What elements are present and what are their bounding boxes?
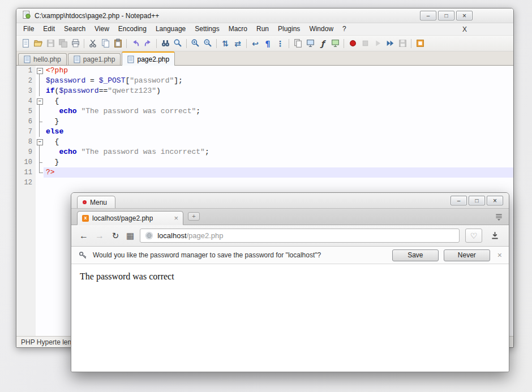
sync-horizontal-icon[interactable]: ⇄ — [232, 38, 243, 49]
line-number: 2 — [16, 76, 36, 86]
minimize-button[interactable]: – — [420, 11, 436, 20]
redo-icon[interactable] — [142, 38, 153, 49]
tab-close-icon[interactable]: × — [174, 214, 178, 222]
infobar-close-icon[interactable]: × — [497, 251, 502, 260]
save-file-icon[interactable] — [45, 38, 56, 49]
close-button[interactable]: × — [456, 11, 473, 20]
plugin-icon[interactable] — [414, 38, 426, 49]
tab-label: hello.php — [33, 55, 61, 63]
desktop: C:\xampp\htdocs\page2.php - Notepad++ – … — [0, 0, 532, 392]
menu-item-encoding[interactable]: Encoding — [114, 23, 151, 35]
bookmark-heart-button[interactable]: ♡ — [465, 229, 482, 243]
menu-item-file[interactable]: File — [19, 23, 38, 35]
notepad-titlebar[interactable]: C:\xampp\htdocs\page2.php - Notepad++ – … — [16, 8, 513, 23]
opera-logo-icon — [83, 200, 87, 204]
browser-tab[interactable]: x localhost/page2.php × — [77, 211, 183, 225]
fold-margin — [36, 178, 44, 188]
password-save-message: Would you like the password manager to s… — [93, 251, 321, 259]
menu-item-run[interactable]: Run — [252, 23, 273, 35]
toolbar-separator — [186, 39, 187, 48]
maximize-button[interactable]: □ — [438, 11, 454, 20]
sync-vertical-icon[interactable]: ⇅ — [220, 38, 231, 49]
speed-dial-icon[interactable]: ▦ — [126, 231, 134, 241]
run-macro-multiple-icon[interactable] — [384, 38, 396, 49]
page-content: The password was correct — [71, 264, 509, 372]
menu-item-macro[interactable]: Macro — [224, 23, 252, 35]
never-button[interactable]: Never — [444, 249, 490, 261]
opera-titlebar[interactable]: Menu – □ × — [71, 193, 509, 208]
minimize-button[interactable]: – — [451, 196, 467, 205]
notepadpp-logo-icon — [22, 10, 31, 21]
file-icon — [127, 55, 134, 63]
tab-title: localhost/page2.php — [92, 214, 153, 222]
file-tab-page2-php[interactable]: page2.php — [122, 51, 175, 66]
tab-menu-icon[interactable] — [495, 213, 503, 221]
address-bar[interactable]: localhost/page2.php — [140, 229, 460, 243]
document-map-icon[interactable] — [304, 38, 316, 49]
menu-item-settings[interactable]: Settings — [190, 23, 224, 35]
find-icon[interactable] — [160, 38, 171, 49]
print-icon[interactable] — [70, 38, 81, 49]
opera-menu-button[interactable]: Menu — [77, 196, 115, 208]
code-text: else — [44, 127, 513, 137]
open-file-icon[interactable] — [32, 38, 44, 49]
menu-item-help[interactable]: ? — [338, 23, 351, 35]
menu-item-language[interactable]: Language — [151, 23, 190, 35]
fold-margin — [36, 127, 44, 137]
indent-guide-icon[interactable]: ⋮ — [274, 38, 286, 49]
back-button[interactable]: ← — [79, 231, 89, 241]
fold-collapse-icon[interactable] — [36, 96, 44, 106]
menu-item-search[interactable]: Search — [59, 23, 90, 35]
code-text: { — [44, 137, 513, 147]
npp-menu-bar: FileEditSearchViewEncodingLanguageSettin… — [16, 23, 513, 36]
reload-button[interactable]: ↻ — [110, 231, 121, 241]
maximize-button[interactable]: □ — [469, 196, 485, 205]
line-number: 11 — [16, 167, 36, 178]
save-macro-icon[interactable] — [397, 38, 408, 49]
record-macro-icon[interactable] — [347, 38, 358, 49]
password-manager-bar: Would you like the password manager to s… — [71, 247, 509, 264]
download-button[interactable] — [488, 231, 501, 240]
new-tab-button[interactable]: + — [188, 212, 200, 221]
fold-collapse-icon[interactable] — [36, 66, 44, 76]
copy-icon[interactable] — [100, 38, 111, 49]
save-button[interactable]: Save — [392, 249, 439, 261]
line-number: 3 — [16, 86, 36, 96]
forward-button[interactable]: → — [95, 231, 105, 241]
line-number: 9 — [16, 147, 36, 157]
menu-item-plugins[interactable]: Plugins — [273, 23, 304, 35]
toolbar-separator — [289, 39, 289, 48]
site-badge-icon[interactable] — [145, 231, 153, 240]
function-list-icon[interactable]: ƒ — [317, 38, 328, 49]
show-all-characters-icon[interactable]: ¶ — [262, 38, 273, 49]
close-button[interactable]: × — [487, 196, 503, 205]
stop-macro-icon[interactable] — [359, 38, 371, 49]
opera-menu-label: Menu — [90, 199, 107, 206]
menu-close-x[interactable]: X — [459, 25, 470, 33]
word-wrap-icon[interactable]: ↩ — [250, 38, 261, 49]
file-tab-page1-php[interactable]: page1.php — [68, 53, 121, 65]
file-tab-hello-php[interactable]: hello.php — [18, 53, 67, 65]
cut-icon[interactable] — [87, 38, 98, 49]
opera-toolbar: ← → ↻ ▦ localhost/page2.php ♡ — [71, 225, 509, 247]
save-all-icon[interactable] — [57, 38, 68, 49]
fold-margin — [36, 117, 44, 127]
doc-switcher-icon[interactable] — [292, 38, 303, 49]
code-text: echo "The password was correct"; — [44, 106, 513, 117]
new-file-icon[interactable] — [20, 38, 31, 49]
menu-item-edit[interactable]: Edit — [38, 23, 59, 35]
fold-collapse-icon[interactable] — [36, 137, 44, 147]
paste-icon[interactable] — [112, 38, 123, 49]
replace-icon[interactable] — [172, 38, 183, 49]
zoom-in-icon[interactable] — [190, 38, 201, 49]
monitor-icon[interactable] — [329, 38, 341, 49]
menu-item-window[interactable]: Window — [304, 23, 338, 35]
line-number: 10 — [16, 157, 36, 167]
undo-icon[interactable] — [130, 38, 141, 49]
line-number: 8 — [16, 137, 36, 147]
zoom-out-icon[interactable] — [202, 38, 213, 49]
address-text: localhost/page2.php — [157, 231, 223, 240]
page-text: The password was correct — [80, 272, 174, 281]
menu-item-view[interactable]: View — [90, 23, 114, 35]
play-macro-icon[interactable] — [372, 38, 383, 49]
